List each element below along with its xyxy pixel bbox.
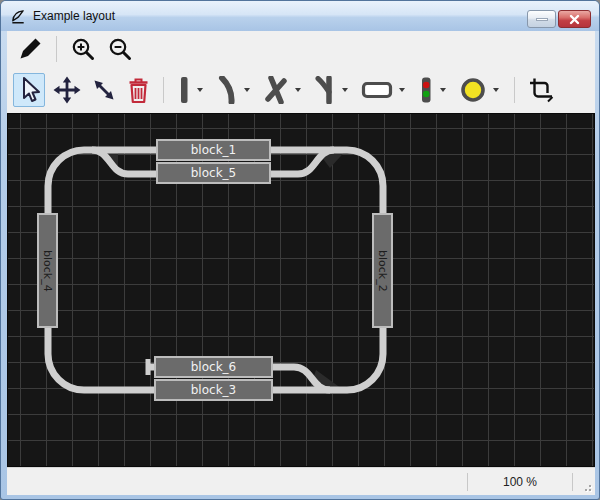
block[interactable]: block_3 (154, 379, 273, 401)
zoom-in-icon (71, 37, 96, 62)
signal-button[interactable] (415, 73, 437, 107)
close-icon (569, 14, 580, 25)
zoom-out-icon (108, 37, 133, 62)
sensor-dropdown[interactable] (493, 88, 499, 92)
toolbar-separator (514, 77, 515, 103)
curve-track-group (213, 73, 255, 107)
titlebar[interactable]: Example layout (1, 1, 599, 31)
window-title: Example layout (33, 9, 115, 23)
toolbar-separator (56, 36, 57, 62)
app-logo-icon (10, 8, 27, 25)
signal-dropdown[interactable] (440, 88, 446, 92)
block[interactable]: block_6 (154, 356, 273, 378)
trash-icon (127, 77, 150, 104)
crossing-track-icon (263, 76, 289, 104)
minimize-icon (536, 18, 548, 21)
track-plan (8, 114, 594, 466)
resize-grip-zone (573, 468, 595, 495)
turnout-track-group (311, 73, 353, 107)
crossing-track-dropdown[interactable] (295, 88, 301, 92)
curve-track-dropdown[interactable] (244, 88, 250, 92)
move-tool-button[interactable] (50, 73, 84, 107)
minimize-button[interactable] (527, 10, 556, 28)
sensor-group (456, 73, 504, 107)
main-loop-track (48, 150, 383, 390)
signal-group (415, 73, 451, 107)
layout-canvas[interactable]: block_1 block_5 block_2 block_4 block_6 … (7, 113, 595, 467)
sensor-button[interactable] (456, 73, 490, 107)
toolbar-tools (7, 67, 595, 113)
window-content: block_1 block_5 block_2 block_4 block_6 … (7, 31, 595, 495)
block-rect-icon (361, 80, 393, 100)
block[interactable]: block_5 (156, 162, 271, 184)
turnout-track-button[interactable] (311, 73, 339, 107)
cursor-arrow-icon (16, 76, 42, 104)
pencil-icon (18, 37, 42, 61)
straight-track-group (174, 73, 208, 107)
straight-track-button[interactable] (174, 73, 194, 107)
yellow-circle-icon (459, 76, 487, 104)
move-arrows-icon (53, 76, 81, 104)
block-dropdown[interactable] (399, 88, 405, 92)
curve-track-icon (216, 76, 238, 104)
curve-track-button[interactable] (213, 73, 241, 107)
close-button[interactable] (558, 10, 591, 28)
signal-icon (418, 76, 434, 104)
turnout-track-dropdown[interactable] (342, 88, 348, 92)
turnout-track-icon (314, 76, 336, 104)
straight-track-dropdown[interactable] (197, 88, 203, 92)
straight-track-icon (177, 76, 191, 104)
zoom-level: 100 % (468, 475, 572, 489)
block-group (358, 77, 410, 103)
diagonal-arrow-icon (92, 78, 116, 102)
resize-tool-button[interactable] (89, 75, 119, 105)
select-region-button[interactable] (525, 74, 557, 106)
resize-grip[interactable] (581, 481, 591, 491)
block[interactable]: block_1 (156, 139, 271, 161)
window-controls (527, 10, 591, 28)
block-button[interactable] (358, 77, 396, 103)
crop-icon (528, 77, 554, 103)
statusbar: 100 % (7, 467, 595, 495)
crossing-track-button[interactable] (260, 73, 292, 107)
crossing-track-group (260, 73, 306, 107)
zoom-out-button[interactable] (105, 34, 136, 65)
delete-tool-button[interactable] (124, 74, 153, 107)
block[interactable]: block_4 (37, 213, 58, 328)
zoom-in-button[interactable] (68, 34, 99, 65)
toolbar-top (7, 31, 595, 67)
block[interactable]: block_2 (372, 213, 393, 328)
select-tool-button[interactable] (13, 73, 45, 107)
edit-button[interactable] (15, 34, 45, 64)
app-window: Example layout (0, 0, 600, 500)
toolbar-separator (163, 77, 164, 103)
